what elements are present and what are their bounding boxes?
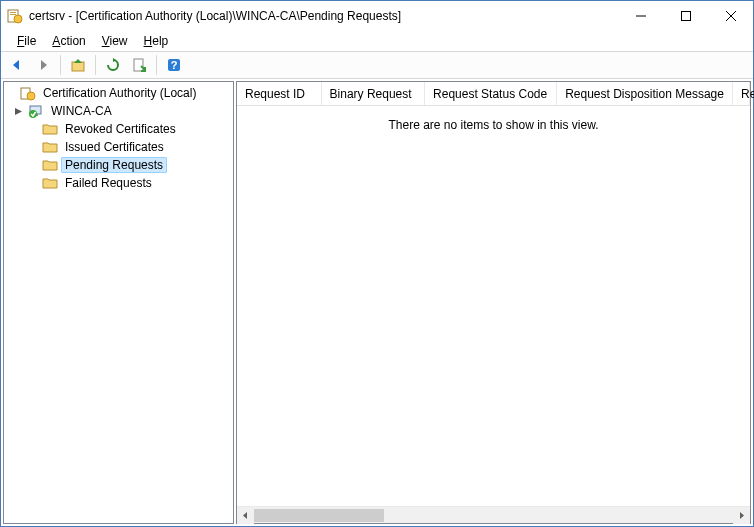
column-headers: Request ID Binary Request Request Status… [237,82,750,106]
svg-rect-5 [681,11,690,20]
tree-label: WINCA-CA [47,103,116,119]
svg-rect-8 [72,62,84,71]
app-icon [7,8,23,24]
maximize-button[interactable] [663,1,708,30]
app-window: certsrv - [Certification Authority (Loca… [0,0,754,527]
titlebar: certsrv - [Certification Authority (Loca… [1,1,753,31]
menu-action[interactable]: Action [46,32,91,50]
tree-pending[interactable]: Pending Requests [6,156,231,174]
tree-panel: ▸ Certification Authority (Local) WINCA-… [3,81,234,524]
svg-rect-2 [10,14,16,15]
tree-collapse-toggle[interactable] [14,107,28,116]
scroll-right-button[interactable] [733,507,750,524]
menubar: File Action View Help [1,31,753,51]
window-title: certsrv - [Certification Authority (Loca… [29,9,618,23]
col-status-code[interactable]: Request Status Code [425,82,557,105]
close-button[interactable] [708,1,753,30]
tree-issued[interactable]: Issued Certificates [6,138,231,156]
tree-label: Pending Requests [61,157,167,173]
tree-ca-node[interactable]: WINCA-CA [6,102,231,120]
content-area: ▸ Certification Authority (Local) WINCA-… [1,79,753,526]
tree-revoked[interactable]: Revoked Certificates [6,120,231,138]
toolbar-separator [95,55,96,75]
folder-icon [42,175,58,191]
help-button[interactable]: ? [162,53,186,77]
svg-point-3 [14,15,22,23]
toolbar: ? [1,51,753,79]
folder-icon [42,139,58,155]
menu-file[interactable]: File [11,32,42,50]
svg-rect-1 [10,12,16,13]
refresh-button[interactable] [101,53,125,77]
list-panel: Request ID Binary Request Request Status… [236,81,751,524]
folder-icon [42,157,58,173]
svg-rect-9 [134,59,143,71]
tree-root[interactable]: ▸ Certification Authority (Local) [6,84,231,102]
col-binary-request[interactable]: Binary Request [322,82,426,105]
tree-label: Failed Requests [61,175,156,191]
menu-view[interactable]: View [96,32,134,50]
svg-point-13 [27,92,35,100]
menu-help[interactable]: Help [138,32,175,50]
window-controls [618,1,753,31]
computer-check-icon [28,103,44,119]
folder-icon [42,121,58,137]
scroll-track[interactable] [254,507,733,523]
back-button[interactable] [5,53,29,77]
horizontal-scrollbar[interactable] [237,506,750,523]
cert-authority-icon [20,85,36,101]
toolbar-separator [156,55,157,75]
up-button[interactable] [66,53,90,77]
tree-label: Issued Certificates [61,139,168,155]
col-requester[interactable]: Request [733,82,750,105]
col-request-id[interactable]: Request ID [237,82,322,105]
svg-text:?: ? [171,59,178,71]
scroll-thumb[interactable] [254,509,384,522]
list-body: There are no items to show in this view. [237,106,750,506]
scroll-left-button[interactable] [237,507,254,524]
tree-label: Revoked Certificates [61,121,180,137]
forward-button[interactable] [31,53,55,77]
tree-failed[interactable]: Failed Requests [6,174,231,192]
tree-label: Certification Authority (Local) [39,85,200,101]
minimize-button[interactable] [618,1,663,30]
toolbar-separator [60,55,61,75]
empty-message: There are no items to show in this view. [388,118,598,132]
export-list-button[interactable] [127,53,151,77]
col-disposition-message[interactable]: Request Disposition Message [557,82,733,105]
